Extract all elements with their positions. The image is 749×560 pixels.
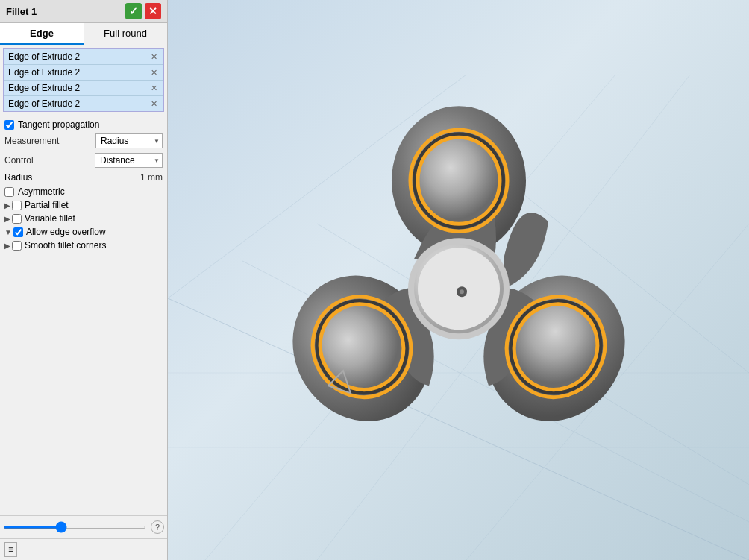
- radius-row: Radius 1 mm: [4, 170, 163, 185]
- measurement-row: Measurement Radius Arc length: [4, 131, 163, 151]
- radius-value: 1 mm: [140, 172, 163, 183]
- edge-label: Edge of Extrude 2: [8, 67, 80, 78]
- help-button[interactable]: ?: [151, 520, 164, 534]
- slider[interactable]: [3, 526, 146, 529]
- radius-label: Radius: [4, 172, 32, 183]
- viewport: [168, 0, 749, 560]
- control-select[interactable]: Distance Chord length: [95, 153, 163, 168]
- control-select-wrapper: Distance Chord length: [95, 153, 163, 168]
- list-item[interactable]: Edge of Extrude 2 ✕: [4, 49, 163, 65]
- list-item[interactable]: Edge of Extrude 2 ✕: [4, 65, 163, 81]
- slider-row: ?: [0, 515, 167, 538]
- tangent-propagation-row: Tangent propagation: [4, 118, 163, 131]
- asymmetric-label: Asymmetric: [18, 186, 65, 197]
- left-panel: Fillet 1 ✓ ✕ Edge Full round Edge of Ext…: [0, 0, 168, 560]
- list-icon-button[interactable]: ≡: [4, 542, 17, 557]
- list-item[interactable]: Edge of Extrude 2 ✕: [4, 81, 163, 96]
- variable-fillet-checkbox[interactable]: [12, 214, 22, 224]
- control-row: Control Distance Chord length: [4, 151, 163, 170]
- smooth-fillet-corners-row[interactable]: ▶ Smooth fillet corners: [4, 239, 163, 252]
- smooth-fillet-corners-label: Smooth fillet corners: [25, 240, 106, 251]
- title-bar: Fillet 1 ✓ ✕: [0, 0, 167, 23]
- title-buttons: ✓ ✕: [125, 3, 161, 19]
- confirm-button[interactable]: ✓: [125, 3, 142, 19]
- smooth-fillet-corners-checkbox[interactable]: [12, 241, 22, 251]
- allow-edge-overflow-row[interactable]: ▼ Allow edge overflow: [4, 225, 163, 239]
- tabs: Edge Full round: [0, 23, 167, 45]
- panel-title: Fillet 1: [6, 6, 37, 17]
- asymmetric-checkbox[interactable]: [4, 187, 14, 197]
- allow-edge-overflow-checkbox[interactable]: [13, 227, 23, 237]
- tab-full-round[interactable]: Full round: [84, 23, 167, 45]
- measurement-select[interactable]: Radius Arc length: [95, 133, 163, 148]
- svg-point-29: [460, 289, 464, 294]
- left-bottom: ≡: [0, 538, 167, 560]
- edge-list: Edge of Extrude 2 ✕ Edge of Extrude 2 ✕ …: [3, 48, 164, 112]
- smooth-fillet-corners-arrow: ▶: [4, 242, 10, 250]
- variable-fillet-arrow: ▶: [4, 215, 10, 223]
- partial-fillet-row[interactable]: ▶ Partial fillet: [4, 198, 163, 212]
- control-label: Control: [4, 155, 34, 166]
- variable-fillet-label: Variable fillet: [25, 213, 75, 224]
- partial-fillet-label: Partial fillet: [25, 200, 69, 210]
- list-item[interactable]: Edge of Extrude 2 ✕: [4, 96, 163, 111]
- options-panel: Tangent propagation Measurement Radius A…: [0, 113, 167, 515]
- tangent-propagation-checkbox[interactable]: [4, 120, 14, 130]
- allow-edge-overflow-arrow: ▼: [4, 228, 12, 236]
- measurement-label: Measurement: [4, 136, 59, 146]
- edge-label: Edge of Extrude 2: [8, 83, 80, 93]
- edge-label: Edge of Extrude 2: [8, 98, 80, 109]
- variable-fillet-row[interactable]: ▶ Variable fillet: [4, 212, 163, 225]
- asymmetric-row: Asymmetric: [4, 185, 163, 198]
- cancel-button[interactable]: ✕: [145, 3, 161, 19]
- partial-fillet-arrow: ▶: [4, 201, 10, 210]
- close-icon[interactable]: ✕: [149, 84, 159, 93]
- close-icon[interactable]: ✕: [149, 99, 159, 109]
- tab-edge[interactable]: Edge: [0, 23, 84, 45]
- fidget-spinner: [250, 80, 668, 497]
- close-icon[interactable]: ✕: [149, 68, 159, 78]
- edge-label: Edge of Extrude 2: [8, 51, 80, 62]
- measurement-select-wrapper: Radius Arc length: [95, 133, 163, 148]
- partial-fillet-checkbox[interactable]: [12, 201, 22, 210]
- close-icon[interactable]: ✕: [149, 52, 159, 62]
- tangent-propagation-label: Tangent propagation: [18, 119, 99, 130]
- allow-edge-overflow-label: Allow edge overflow: [26, 227, 106, 237]
